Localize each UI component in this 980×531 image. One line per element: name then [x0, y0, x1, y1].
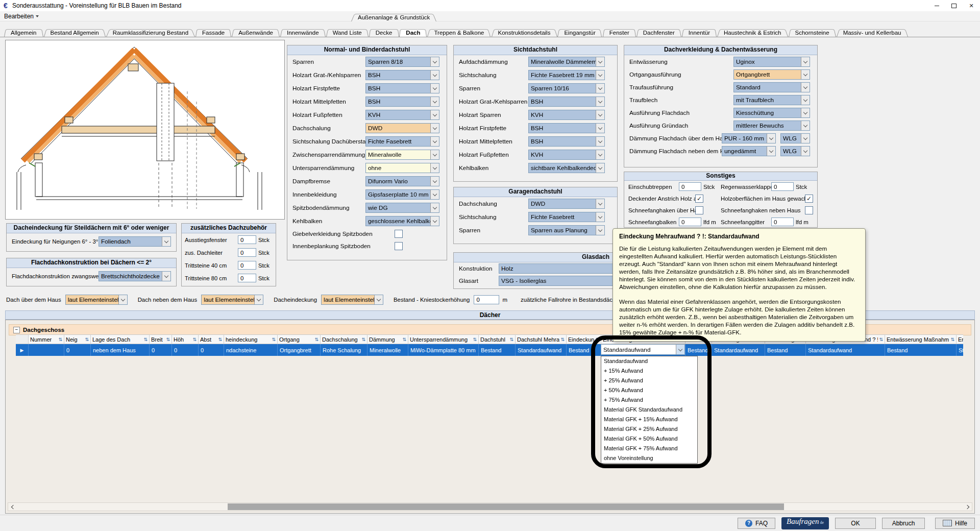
dropdown-button[interactable]: [596, 57, 604, 66]
dropdown-button[interactable]: [430, 97, 439, 106]
sort-icon[interactable]: ⇅: [402, 337, 406, 342]
dropdown-button[interactable]: [430, 150, 439, 159]
dropdown-button[interactable]: [801, 70, 810, 79]
dropdown-field[interactable]: Uginox: [733, 57, 810, 67]
dropdown-button[interactable]: [430, 203, 439, 212]
column-header[interactable]: Abst ⇅: [199, 334, 224, 344]
dropdown-button[interactable]: [801, 134, 810, 143]
dropdown-button[interactable]: [430, 216, 439, 226]
count-input[interactable]: 0: [238, 235, 256, 244]
sort-icon[interactable]: ⇅: [879, 337, 883, 342]
sort-icon[interactable]: ⇅: [314, 337, 318, 342]
tab[interactable]: Bestand Allgemein: [44, 29, 106, 37]
dacheindeckung-dropdown[interactable]: laut Elementeinstellu: [321, 295, 383, 305]
sort-icon[interactable]: ⇅: [143, 337, 148, 342]
dropdown-field[interactable]: BSH: [365, 70, 439, 80]
table-cell[interactable]: Standardaufwand: [806, 344, 885, 356]
dropdown-field[interactable]: ohne: [365, 163, 439, 173]
sort-icon[interactable]: ⇅: [272, 337, 276, 342]
count-input[interactable]: 0: [238, 274, 256, 282]
sort-icon[interactable]: ⇅: [560, 337, 565, 342]
dropdown-button[interactable]: [430, 190, 439, 199]
tab[interactable]: Fenster: [603, 29, 636, 37]
tab-aussenanlage[interactable]: Außenanlage & Grundstück: [351, 13, 436, 21]
dropdown-field[interactable]: Kiesschüttung: [733, 108, 810, 118]
dropdown-button[interactable]: [801, 121, 810, 130]
dropdown-button[interactable]: [767, 147, 775, 156]
dropdown-field[interactable]: BSH: [528, 96, 605, 107]
dropdown-field[interactable]: Mineralwolle Dämmeleme: [528, 57, 605, 67]
checkbox[interactable]: [395, 242, 403, 250]
dropdown-button[interactable]: [430, 110, 439, 119]
column-header[interactable]: Untersparrendämmung ⇅: [408, 334, 479, 344]
dropdown-button[interactable]: [801, 57, 810, 66]
dropdown-button[interactable]: [596, 163, 604, 173]
column-header[interactable]: Entwässerung Maßnahm ⇅: [885, 334, 957, 344]
dropdown-button[interactable]: [374, 295, 383, 304]
scroll-right-button[interactable]: [963, 503, 972, 511]
column-header[interactable]: Nummer ⇅: [29, 334, 64, 344]
dropdown-button[interactable]: [596, 84, 604, 93]
dropdown-field[interactable]: BSH: [365, 96, 439, 107]
table-cell[interactable]: Ortgangbrett: [278, 344, 321, 356]
checkbox[interactable]: [695, 195, 703, 203]
dropdown-field[interactable]: Fichte Fasebrett 19 mm: [528, 70, 605, 80]
dropdown-button[interactable]: [430, 163, 439, 173]
checkbox[interactable]: [805, 206, 813, 214]
scroll-left-button[interactable]: [8, 503, 17, 511]
dropdown-field[interactable]: mit Traufblech: [733, 95, 810, 105]
tab[interactable]: Haustechnik & Estrich: [717, 29, 788, 37]
dropdown-button[interactable]: [596, 97, 604, 106]
count-input[interactable]: 0: [238, 261, 256, 270]
column-header[interactable]: Dachstuhl Mehra ⇅: [516, 334, 567, 344]
dropdown-field[interactable]: Sparren 10/16: [528, 83, 605, 93]
dropdown-field[interactable]: Gipsfaserplatte 10 mm: [365, 189, 439, 200]
wlg-dropdown-field[interactable]: WLG: [780, 146, 810, 156]
dropdown-button[interactable]: [596, 199, 604, 208]
wlg-dropdown-field[interactable]: WLG: [780, 133, 810, 143]
baufragen-logo[interactable]: Baufragen de: [781, 517, 829, 529]
flachdach-dropdown[interactable]: Brettschichtholzdecke: [99, 271, 171, 281]
table-cell[interactable]: 0: [199, 344, 224, 356]
tab[interactable]: Raumklassifizierung Bestand: [106, 29, 195, 37]
table-cell[interactable]: 0: [172, 344, 199, 356]
tab[interactable]: Dachfenster: [636, 29, 681, 37]
table-row[interactable]: ▶ 0 neben dem Haus 0 0 0 ndachste: [16, 344, 963, 356]
tab[interactable]: Innentür: [682, 29, 717, 37]
column-header[interactable]: Dachschalung ⇅: [321, 334, 368, 344]
schneefangbalken-input[interactable]: 0: [679, 218, 701, 226]
sort-icon[interactable]: ⇅: [361, 337, 365, 342]
dropdown-field[interactable]: DWD: [365, 123, 439, 133]
dropdown-field[interactable]: Sparren aus Planung: [528, 225, 605, 235]
dropdown-button[interactable]: [596, 110, 604, 119]
table-cell[interactable]: 0: [64, 344, 91, 356]
table-cell[interactable]: 0: [150, 344, 172, 356]
dropdown-button[interactable]: [801, 147, 810, 156]
sort-icon[interactable]: ⇅: [950, 337, 954, 342]
column-header[interactable]: heindeckung ⇅: [224, 334, 278, 344]
dropdown-button[interactable]: [430, 177, 439, 186]
horizontal-scrollbar[interactable]: [8, 502, 972, 511]
column-header[interactable]: Neig ⇅: [64, 334, 91, 344]
dropdown-button[interactable]: [596, 226, 604, 235]
column-header[interactable]: Lage des Dach ⇅: [91, 334, 150, 344]
dropdown-button[interactable]: [596, 212, 604, 222]
dropdown-field[interactable]: KVH: [528, 110, 605, 120]
dropdown-field[interactable]: PUR - 160 mm: [722, 133, 776, 143]
column-header[interactable]: Dämmung ⇅: [368, 334, 408, 344]
dropdown-button[interactable]: [596, 70, 604, 80]
abbruch-button[interactable]: Abbruch: [882, 518, 925, 529]
tab[interactable]: Treppen & Balkone: [427, 29, 491, 37]
table-cell[interactable]: Bestand: [479, 344, 516, 356]
checkbox[interactable]: [695, 206, 703, 214]
tab[interactable]: Dach: [399, 29, 427, 37]
sort-icon[interactable]: ⇅: [166, 337, 170, 342]
table-cell[interactable]: ndachsteine: [224, 344, 278, 356]
tab[interactable]: Decke: [369, 29, 399, 37]
dropdown-button[interactable]: [596, 137, 604, 146]
dropdown-field[interactable]: Sparren 8/18: [365, 57, 439, 67]
table-cell[interactable]: neben dem Haus: [91, 344, 150, 356]
sort-icon[interactable]: ⇅: [58, 337, 62, 342]
tab[interactable]: Wand Liste: [326, 29, 369, 37]
maximize-button[interactable]: [945, 0, 963, 11]
